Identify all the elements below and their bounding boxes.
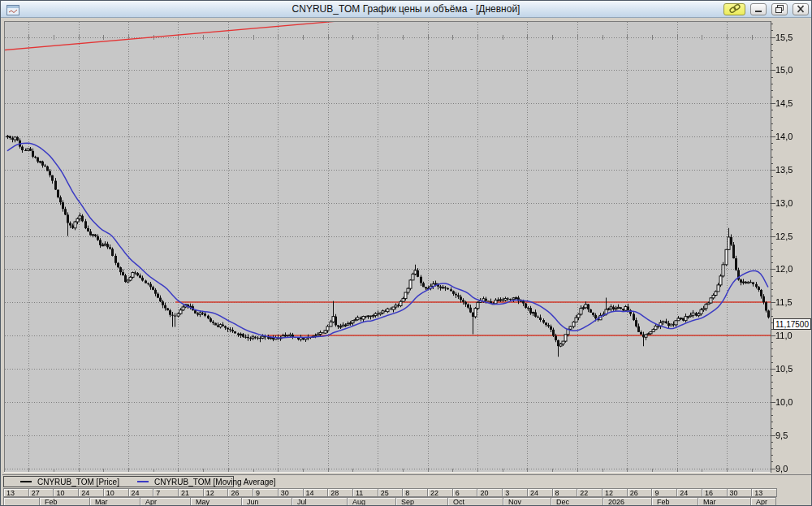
legend-item: CNYRUB_TOM [Moving Average] [137,478,276,487]
x-axis-month-cell: Apr [750,497,776,506]
x-axis-month-cell: Mar [89,497,140,506]
x-axis-day-tick: 13 [3,488,29,497]
x-axis-day-tick: 14 [303,488,329,497]
x-axis-day-tick: 13 [751,488,777,497]
y-axis-label: 14,0 [775,132,793,141]
x-axis-day-tick: 12 [203,488,229,497]
x-axis-day-tick: 11 [352,488,378,497]
y-axis-label: 13,0 [775,198,793,208]
x-axis-day-tick: 21 [178,488,204,497]
legend-item: CNYRUB_TOM [Price] [20,478,119,487]
chart-legend: CNYRUB_TOM [Price]CNYRUB_TOM [Moving Ave… [3,476,234,487]
x-axis-day-tick: 9 [253,488,279,497]
x-axis-day-tick: 28 [327,488,353,497]
x-axis-month-cell: Jun [241,497,292,506]
x-axis-month-cell: Dec [551,497,603,506]
x-axis-day-tick: 22 [577,488,603,497]
y-axis-label: 12,5 [775,231,793,241]
x-axis-day-tick: 9 [651,488,677,497]
x-axis-month-cell: Apr [140,497,191,506]
x-axis-day-tick: 20 [477,488,503,497]
y-axis-label: 11,0 [775,331,793,340]
x-axis-day-tick: 10 [53,488,79,497]
y-axis-label: 14,5 [775,98,793,108]
x-axis-day-tick: 24 [676,488,702,497]
y-axis-label: 12,0 [775,264,793,274]
x-axis-month-cell [3,497,40,506]
x-axis-day-tick: 16 [702,488,728,497]
y-axis-label: 9,5 [775,430,788,440]
last-price-marker: 11,17500 [773,318,811,330]
x-axis-day-tick: 10 [103,488,129,497]
price-chart-canvas[interactable] [1,1,812,506]
x-axis-day-tick: 30 [278,488,304,497]
y-axis-label: 15,5 [775,32,793,42]
y-axis-label: 9,0 [775,464,788,474]
x-axis-day-tick: 8 [552,488,578,497]
x-axis-day-tick: 24 [128,488,154,497]
x-axis-day-tick: 24 [527,488,553,497]
x-axis-day-tick: 27 [28,488,54,497]
y-axis-label: 13,5 [775,165,793,175]
legend-band: CNYRUB_TOM [Price]CNYRUB_TOM [Moving Ave… [2,474,811,487]
y-axis-label: 10,0 [775,397,793,407]
x-axis-day-tick: 22 [427,488,453,497]
x-axis-day-tick: 24 [78,488,104,497]
legend-label: CNYRUB_TOM [Price] [37,478,119,487]
x-axis-month-cell: May [190,497,242,506]
x-axis-month-cell: Sep [395,497,448,506]
y-axis-label: 10,5 [775,364,793,374]
x-axis-day-tick: 7 [153,488,179,497]
x-axis-day-tick: 8 [402,488,428,497]
x-axis-month-cell: Mar [698,497,751,506]
y-axis-label: 15,0 [775,65,793,75]
x-axis-month-cell: Nov [503,497,551,506]
x-axis-month-cell: Feb [651,497,698,506]
x-axis-month-cell: Feb [39,497,90,506]
x-axis-month-cell: Aug [347,497,396,506]
x-axis-day-tick: 26 [627,488,653,497]
x-axis-day-tick: 6 [452,488,478,497]
x-axis-day-tick: 25 [378,488,404,497]
legend-label: CNYRUB_TOM [Moving Average] [154,478,276,487]
x-axis-month-cell: Jul [292,497,348,506]
legend-line-swatch [20,481,32,482]
x-axis-day-tick: 3 [502,488,528,497]
x-axis-month-cell: Oct [447,497,503,506]
x-axis-day-tick: 30 [727,488,753,497]
chart-window: CNYRUB_TOM График цены и объёма - [Дневн… [0,0,812,506]
x-axis-day-tick: 26 [227,488,253,497]
x-axis-month-cell: 2026 [603,497,652,506]
legend-line-swatch [137,481,149,482]
x-axis-day-tick: 12 [602,488,628,497]
y-axis-label: 11,5 [775,297,793,307]
